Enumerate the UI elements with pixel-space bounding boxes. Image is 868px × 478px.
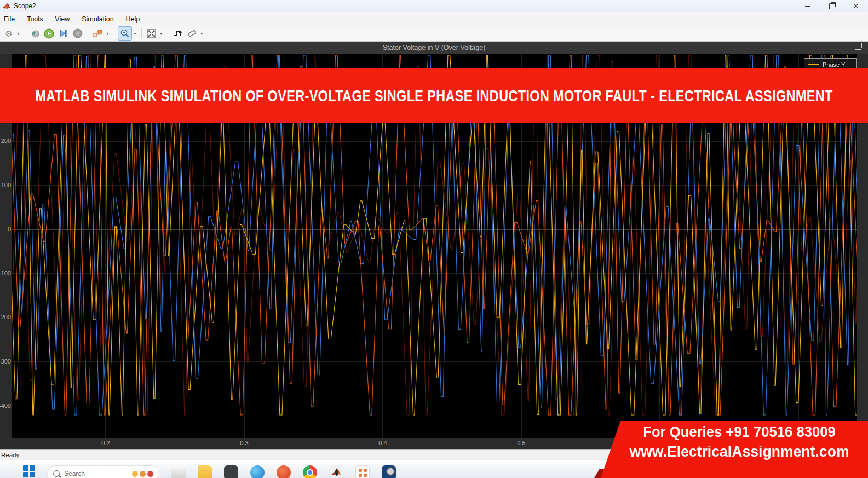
promo-banner-text: MATLAB SIMULINK SIMULATION OF OVER-VOLTA…	[35, 87, 832, 105]
x-tick-label: 0.5	[510, 440, 532, 446]
fit-to-view-icon	[146, 28, 157, 39]
toolbar: ⚙ ▼ ▼	[0, 26, 868, 42]
simulink-blocks-icon	[93, 28, 103, 38]
run-icon	[44, 28, 54, 39]
search-placeholder: Search	[64, 470, 85, 477]
window-title: Scope2	[14, 2, 36, 10]
step-forward-icon	[59, 28, 68, 38]
zoom-button[interactable]	[118, 26, 132, 41]
y-tick-label: 200	[0, 137, 11, 144]
fit-to-view-button[interactable]	[145, 27, 158, 40]
y-tick-label: 100	[0, 182, 11, 188]
menu-simulation[interactable]: Simulation	[76, 12, 119, 26]
file-explorer-icon[interactable]	[198, 465, 212, 478]
chrome-browser-icon[interactable]	[303, 465, 317, 478]
measurement-brush-icon	[187, 28, 197, 38]
menu-help[interactable]: Help	[120, 12, 146, 26]
chevron-down-icon[interactable]: ▼	[106, 32, 110, 36]
stop-button[interactable]	[71, 27, 84, 40]
x-tick-label: 0.4	[372, 440, 394, 446]
y-tick-label: 0	[0, 226, 11, 232]
trigger-button[interactable]	[171, 27, 185, 40]
status-text: Ready	[1, 452, 19, 458]
restore-settings-button[interactable]	[28, 27, 42, 40]
simulink-dots-icon[interactable]	[355, 465, 370, 478]
y-tick-label: -400	[0, 402, 11, 409]
trigger-icon	[173, 28, 183, 38]
legend-entry: Phase Y	[808, 60, 845, 68]
start-icon[interactable]	[23, 465, 35, 477]
orange-browser-icon[interactable]	[277, 465, 291, 478]
legend-label: Phase Y	[823, 61, 845, 68]
search-input[interactable]: Search	[47, 465, 159, 478]
gear-icon: ⚙	[5, 30, 12, 38]
restore-arrow-icon	[30, 28, 40, 38]
dark-app-icon[interactable]	[224, 465, 238, 478]
ribbon-queries-text: For Queries +91 70516 83009	[622, 424, 856, 441]
chevron-down-icon[interactable]: ▼	[159, 32, 163, 36]
plot-title-strip: Stator Voltage in V (Over Voltage)	[0, 42, 868, 54]
y-tick-label: -100	[0, 270, 11, 277]
promo-banner: MATLAB SIMULINK SIMULATION OF OVER-VOLTA…	[0, 68, 868, 123]
person-search-icon[interactable]	[382, 465, 396, 478]
menu-file[interactable]: File	[0, 12, 21, 26]
window-title-bar: Scope2 ✕	[0, 0, 868, 12]
legend-line-sample	[808, 64, 819, 65]
x-tick-label: 0.3	[233, 440, 255, 446]
matlab-taskbar-icon[interactable]	[329, 465, 343, 478]
ribbon-website-link[interactable]: www.ElectricalAssignment.com	[622, 443, 856, 460]
y-tick-label: -300	[0, 358, 11, 365]
search-icon	[53, 470, 60, 477]
matlab-logo-icon	[331, 468, 341, 477]
minimize-button[interactable]	[796, 0, 820, 12]
plot-title: Stator Voltage in V (Over Voltage)	[383, 44, 486, 51]
menu-bar: FileToolsViewSimulationHelp	[0, 12, 868, 26]
zoom-magnifier-icon	[120, 28, 130, 38]
chevron-down-icon[interactable]: ▼	[200, 32, 204, 36]
matlab-logo-icon	[3, 3, 10, 10]
y-tick-label: -200	[0, 314, 11, 320]
run-button[interactable]	[43, 27, 56, 40]
chevron-down-icon[interactable]: ▼	[133, 32, 137, 36]
restore-button[interactable]	[820, 0, 844, 12]
corner-ribbon: For Queries +91 70516 83009 www.Electric…	[594, 416, 868, 478]
chevron-down-icon[interactable]: ▼	[16, 32, 20, 36]
search-highlight-badges	[132, 471, 153, 477]
dock-icon[interactable]	[855, 44, 861, 50]
close-button[interactable]: ✕	[844, 0, 868, 12]
step-forward-button[interactable]	[57, 27, 70, 40]
simulink-snapshot-button[interactable]	[91, 27, 105, 40]
stop-icon	[73, 28, 83, 38]
menu-tools[interactable]: Tools	[21, 12, 49, 26]
light-app-icon[interactable]	[171, 465, 186, 478]
x-tick-label: 0.2	[95, 440, 117, 446]
configuration-properties-button[interactable]: ⚙	[2, 27, 15, 40]
measurements-button[interactable]	[186, 27, 199, 40]
menu-view[interactable]: View	[49, 12, 76, 26]
edge-browser-icon[interactable]	[250, 465, 265, 478]
